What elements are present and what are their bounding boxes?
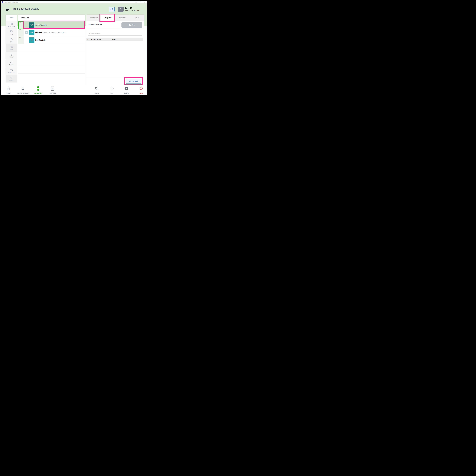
power-icon — [134, 86, 147, 91]
close-button[interactable]: ✕ — [144, 1, 146, 3]
jog-icon — [104, 86, 119, 91]
task-title: Task_20240513_160036 — [13, 8, 39, 10]
title-bar: D DART-Platform GV02110200 ✕ — [1, 1, 147, 3]
row-index: 001 — [18, 29, 24, 36]
end-badge: End — [29, 37, 34, 43]
row-index: 000 — [18, 21, 24, 29]
nav-workcell-manager[interactable]: Workcell Manager — [16, 85, 30, 95]
col-name: Variable Name — [91, 39, 101, 40]
tools-sidebar: Tools Multi-Select — [6, 15, 17, 85]
row-index: 002 — [18, 36, 24, 44]
right-panel-tabs: Command Property Variable Play — [86, 15, 144, 21]
tab-play[interactable]: Play — [130, 15, 144, 21]
tool-label: Delete — [10, 56, 13, 58]
home-icon — [1, 86, 16, 91]
menu-icon[interactable] — [6, 8, 10, 11]
tool-multi-select[interactable]: Multi-Select — [6, 21, 17, 28]
status-timestamp: 2024.05.13 4:10:23 PM — [125, 10, 139, 11]
gripper-icon — [110, 7, 113, 11]
task-row-endmainsub[interactable]: 002 End EndMainSub — [18, 36, 85, 44]
row-label: MainSub ( Task Vel. 250.000, Acc. 1,0⋯ ) — [35, 29, 66, 36]
workcell-manager-icon — [16, 86, 30, 91]
task-row-mainsub[interactable]: 001 Start MainSub ( Task Ve — [18, 29, 85, 36]
annotation-input[interactable] — [88, 31, 142, 35]
manual-mode-button[interactable] — [118, 7, 124, 12]
tool-label: Cut — [10, 41, 12, 42]
cut-icon — [10, 38, 13, 41]
task-row-globalvariables[interactable]: 000 Global Var. GlobalVariables — [18, 21, 85, 29]
row-label: EndMainSub — [35, 36, 45, 44]
app-area: Task_20240513_160036 — [1, 3, 147, 95]
tool-delete[interactable]: Delete — [6, 52, 17, 59]
task-writer-icon — [46, 86, 60, 91]
task-rows: 000 Global Var. GlobalVariables 001 — [18, 21, 85, 85]
tool-label: Row Down — [8, 72, 15, 73]
nav-status[interactable]: Status — [90, 85, 104, 95]
tool-label: Copy — [10, 33, 13, 35]
status-icon — [90, 86, 104, 91]
tool-cut[interactable]: Cut — [6, 36, 17, 44]
trash-icon — [10, 53, 13, 56]
tool-copy[interactable]: Copy — [6, 29, 17, 36]
tool-paste[interactable]: Paste — [6, 44, 17, 51]
start-badge: Start — [29, 30, 34, 35]
section-title: Global Variable — [88, 23, 102, 26]
expand-row-button[interactable] — [25, 31, 28, 34]
copy-icon — [10, 30, 13, 33]
nav-task-builder[interactable]: Task Builder — [31, 85, 45, 95]
app-logo-icon: D — [2, 1, 3, 3]
tool-label: Suppress — [9, 80, 14, 81]
global-var-badge: Global Var. — [29, 22, 34, 28]
tools-title: Tools — [6, 15, 17, 21]
tab-variable[interactable]: Variable — [115, 15, 130, 21]
nav-power[interactable]: Power — [134, 85, 147, 95]
row-separator — [18, 73, 85, 74]
suppress-icon — [10, 76, 13, 79]
col-index: # — [87, 39, 88, 40]
row-label: GlobalVariables — [35, 21, 47, 29]
row-down-icon — [10, 69, 13, 71]
servo-status: Servo Off — [125, 7, 132, 9]
chevron-down-icon — [25, 31, 28, 34]
tool-row-down[interactable]: Row Down — [6, 67, 17, 75]
nav-task-writer[interactable]: Task Writer — [46, 85, 60, 95]
hand-icon — [119, 7, 122, 11]
tab-command[interactable]: Command — [86, 15, 101, 21]
col-value: Value — [112, 39, 116, 40]
tab-property[interactable]: Property — [101, 15, 115, 21]
nav-home[interactable]: Home — [1, 85, 16, 95]
robot-mode-button[interactable] — [109, 7, 115, 12]
multi-select-icon — [10, 22, 13, 25]
confirm-button[interactable]: Confirm — [121, 22, 142, 28]
nav-jog[interactable]: Jog — [104, 85, 119, 95]
paste-icon — [10, 46, 13, 48]
tool-label: Row Up — [9, 64, 14, 66]
bottom-navigation: Home Workcell Manager — [1, 85, 147, 95]
gear-icon — [119, 86, 134, 91]
maximize-button[interactable] — [139, 1, 142, 3]
task-list-panel: Task List 000 Global Var. GlobalVariable… — [18, 15, 85, 85]
edit-add-button[interactable]: Edit & Add — [126, 79, 141, 84]
property-panel: Command Property Variable Play Global Va… — [86, 15, 144, 85]
row-detail: ( Task Vel. 250.000, Acc. 1,0⋯ ) — [43, 32, 66, 34]
variable-table-header: # Variable Name Value — [86, 38, 143, 41]
window-title: DART-Platform GV02110200 — [4, 1, 18, 3]
minimize-button[interactable] — [135, 1, 137, 3]
task-list-title: Task List — [21, 17, 29, 19]
row-separator — [18, 66, 85, 66]
app-window: D DART-Platform GV02110200 ✕ Task_202405… — [1, 1, 147, 95]
tool-label: Paste — [10, 49, 13, 50]
tool-suppress[interactable]: Suppress — [6, 75, 17, 82]
tool-row-up[interactable]: Row Up — [6, 60, 17, 67]
tool-label: Multi-Select — [8, 26, 15, 27]
row-up-icon — [10, 61, 13, 64]
task-builder-icon — [31, 86, 45, 91]
nav-setting[interactable]: Setting — [119, 85, 134, 95]
divider — [86, 29, 144, 29]
row-separator — [18, 81, 85, 81]
